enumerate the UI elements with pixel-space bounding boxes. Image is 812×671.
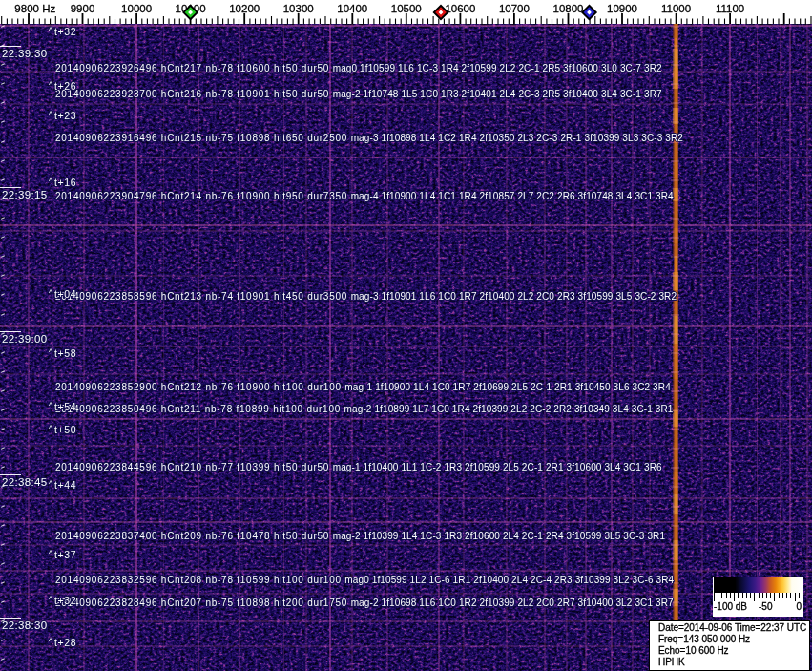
svg-text:10200: 10200 — [229, 3, 260, 14]
svg-text:10400: 10400 — [337, 3, 367, 14]
svg-text:10900: 10900 — [607, 3, 637, 14]
svg-text:9800 Hz: 9800 Hz — [14, 3, 55, 14]
svg-text:10000: 10000 — [121, 3, 152, 14]
svg-text:10300: 10300 — [283, 3, 314, 14]
svg-text:10700: 10700 — [499, 3, 530, 14]
svg-text:10600: 10600 — [445, 3, 475, 14]
svg-text:9900: 9900 — [71, 3, 95, 14]
svg-text:10500: 10500 — [391, 3, 422, 14]
svg-text:11000: 11000 — [661, 3, 691, 14]
svg-text:10800: 10800 — [553, 3, 584, 14]
svg-text:11100: 11100 — [716, 3, 744, 14]
